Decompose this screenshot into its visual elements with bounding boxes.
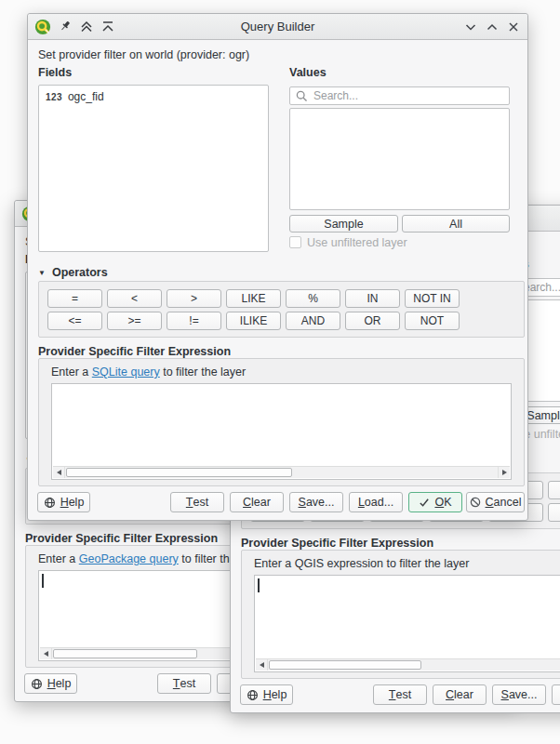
test-button[interactable]: Test	[157, 673, 211, 694]
values-search-input[interactable]: Search...	[289, 86, 510, 105]
minimize-icon[interactable]	[465, 21, 476, 33]
provider-expression-group: Enter a SQLite query to filter the layer	[38, 358, 525, 486]
help-button[interactable]: Help	[37, 492, 90, 512]
operator-button[interactable]: NOT IN	[405, 289, 460, 308]
expression-hint: Enter a SQLite query to filter the layer	[51, 365, 246, 379]
use-unfiltered-checkbox[interactable]	[289, 236, 301, 248]
check-icon	[419, 497, 430, 508]
sample-button[interactable]: Sample	[289, 215, 398, 232]
field-name: ogc_fid	[68, 90, 104, 103]
test-button[interactable]: Test	[373, 684, 427, 705]
help-icon	[44, 497, 56, 509]
maximize-icon[interactable]	[487, 21, 498, 33]
button-label: Test	[173, 677, 195, 690]
ok-button[interactable]: OK	[408, 492, 462, 512]
load-button[interactable]: Load...	[552, 684, 560, 705]
window-title: Query Builder	[112, 14, 444, 39]
titlebar[interactable]: Query Builder	[28, 14, 527, 40]
field-item[interactable]: 123 ogc_fid	[39, 86, 268, 108]
test-button[interactable]: Test	[170, 492, 224, 512]
provider-expression-label: Provider Specific Filter Expression	[38, 345, 231, 358]
operator-button[interactable]: OR	[548, 503, 560, 522]
dialog-button-row: Help Test Clear Save... Load... OK	[28, 492, 527, 512]
horizontal-scrollbar[interactable]	[256, 658, 560, 671]
button-label: Help	[47, 677, 72, 690]
use-unfiltered-label: Use unfiltered layer	[307, 236, 407, 249]
scroll-left-arrow-icon[interactable]	[53, 467, 65, 478]
scrollbar-thumb[interactable]	[66, 468, 292, 477]
button-label: Test	[186, 496, 208, 509]
clear-button[interactable]: Clear	[433, 684, 487, 705]
button-label: Help	[60, 496, 85, 509]
save-button[interactable]: Save...	[492, 684, 546, 705]
provider-expression-label: Provider Specific Filter Expression	[241, 537, 433, 550]
cancel-icon	[470, 497, 481, 508]
provider-expression-label: Provider Specific Filter Expression	[25, 532, 218, 545]
operator-button[interactable]: IN	[345, 289, 400, 308]
desktop-background: Query Builder	[0, 0, 560, 744]
operator-button[interactable]: %	[286, 289, 340, 308]
save-button[interactable]: Save...	[289, 492, 343, 512]
query-builder-window-front: Query Builder	[27, 13, 528, 521]
cancel-button[interactable]: Cancel	[466, 492, 525, 512]
provider-expression-group: Enter a QGIS expression to filter the la…	[241, 550, 560, 679]
operator-button[interactable]: <	[107, 289, 162, 308]
button-label: Clear	[446, 688, 473, 701]
button-label: Save...	[299, 496, 335, 509]
dialog-button-row: Help Test Clear Save... Load... OK	[231, 684, 560, 705]
filter-expression-textarea[interactable]	[51, 383, 512, 480]
provider-filter-subtitle: Set provider filter on world (provider: …	[38, 48, 249, 61]
clear-button[interactable]: Clear	[230, 492, 284, 512]
operator-button[interactable]: ILIKE	[226, 312, 281, 330]
operator-button[interactable]: =	[47, 289, 102, 308]
button-label: OK	[434, 496, 451, 509]
scroll-right-arrow-icon[interactable]	[498, 467, 510, 478]
values-list[interactable]	[289, 108, 510, 210]
scroll-left-arrow-icon[interactable]	[256, 659, 268, 671]
operator-button[interactable]: <=	[47, 312, 102, 330]
integer-field-icon: 123	[46, 92, 62, 102]
help-button[interactable]: Help	[240, 684, 293, 705]
scroll-left-arrow-icon[interactable]	[40, 648, 52, 659]
query-doc-link[interactable]: SQLite query	[92, 365, 160, 379]
all-button[interactable]: All	[402, 215, 510, 232]
keep-above-icon[interactable]	[80, 20, 93, 33]
operator-button[interactable]: NOT	[405, 312, 460, 330]
operators-label: Operators	[52, 266, 108, 279]
search-icon	[296, 90, 308, 102]
expression-hint: Enter a QGIS expression to filter the la…	[254, 557, 469, 570]
help-icon	[31, 678, 43, 690]
button-label: Cancel	[486, 496, 522, 509]
pin-icon[interactable]	[60, 20, 72, 33]
load-button[interactable]: Load...	[349, 492, 403, 512]
text-caret	[42, 574, 44, 588]
fields-list[interactable]: 123 ogc_fid	[38, 85, 269, 252]
help-icon	[247, 689, 259, 701]
qgis-logo-icon	[34, 19, 51, 35]
operator-button[interactable]: OR	[345, 312, 400, 330]
query-doc-link[interactable]: GeoPackage query	[79, 552, 179, 565]
text-caret	[258, 578, 260, 592]
operator-button[interactable]: AND	[286, 312, 340, 330]
search-placeholder: Search...	[313, 89, 358, 102]
button-label: Help	[263, 688, 287, 701]
close-icon[interactable]	[508, 21, 519, 33]
button-label: Clear	[243, 496, 271, 509]
values-label: Values	[289, 66, 327, 79]
operator-button[interactable]: LIKE	[226, 289, 281, 308]
help-button[interactable]: Help	[24, 673, 77, 694]
button-label: Load...	[358, 496, 393, 509]
horizontal-scrollbar[interactable]	[53, 466, 510, 478]
scrollbar-thumb[interactable]	[269, 660, 421, 670]
filter-expression-textarea[interactable]	[254, 575, 560, 672]
fields-label: Fields	[38, 66, 72, 79]
operator-button[interactable]: >=	[107, 312, 162, 330]
operator-button[interactable]: !=	[167, 312, 221, 330]
operator-button[interactable]: >	[167, 289, 221, 308]
operator-button[interactable]: IN	[548, 481, 560, 499]
collapse-triangle-icon: ▼	[38, 269, 46, 277]
scrollbar-thumb[interactable]	[53, 649, 197, 658]
operators-collapse-header[interactable]: ▼ Operators	[38, 266, 108, 279]
operators-group: = < > LIKE % IN NOT IN <= >= != ILIKE AN…	[38, 281, 525, 338]
button-label: Test	[389, 688, 411, 701]
